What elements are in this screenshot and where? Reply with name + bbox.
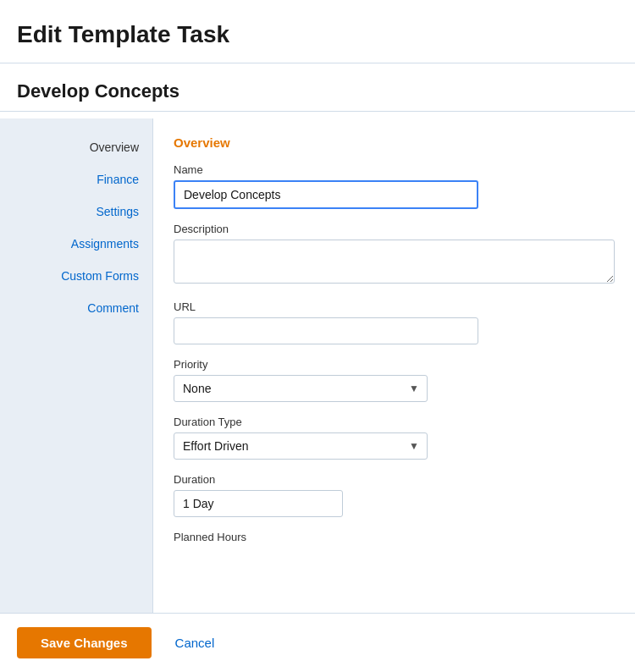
sidebar-item-settings[interactable]: Settings <box>0 196 152 227</box>
priority-select-wrapper: None Low Normal High Urgent ▼ <box>174 375 428 402</box>
planned-hours-label: Planned Hours <box>174 531 615 543</box>
duration-type-select-wrapper: Effort Driven Fixed Duration Fixed Units… <box>174 432 428 460</box>
name-label: Name <box>174 163 615 176</box>
content-area: Overview Finance Settings Assignments Cu… <box>0 118 635 613</box>
url-field-group: URL <box>174 300 615 344</box>
duration-label: Duration <box>174 473 615 486</box>
sidebar: Overview Finance Settings Assignments Cu… <box>0 118 152 613</box>
sidebar-item-overview[interactable]: Overview <box>0 132 152 162</box>
url-input[interactable] <box>174 317 478 344</box>
name-input[interactable] <box>174 180 478 209</box>
priority-field-group: Priority None Low Normal High Urgent ▼ <box>174 358 615 402</box>
task-name-section: Develop Concepts <box>0 63 635 118</box>
duration-input[interactable] <box>174 490 343 517</box>
page-title: Edit Template Task <box>17 20 618 49</box>
priority-select[interactable]: None Low Normal High Urgent <box>174 375 428 402</box>
description-label: Description <box>174 223 615 235</box>
priority-label: Priority <box>174 358 615 371</box>
sidebar-item-finance[interactable]: Finance <box>0 164 152 195</box>
duration-field-group: Duration <box>174 473 615 517</box>
description-input[interactable] <box>174 240 615 284</box>
url-label: URL <box>174 300 615 313</box>
duration-type-select[interactable]: Effort Driven Fixed Duration Fixed Units <box>174 432 428 460</box>
cancel-button[interactable]: Cancel <box>162 627 229 658</box>
page-container: Edit Template Task Develop Concepts Over… <box>0 0 635 672</box>
planned-hours-field-group: Planned Hours <box>174 531 615 548</box>
description-field-group: Description <box>174 223 615 287</box>
sidebar-item-assignments[interactable]: Assignments <box>0 229 152 259</box>
main-panel: Overview Name Description URL Priority N… <box>152 118 635 613</box>
sidebar-item-custom-forms[interactable]: Custom Forms <box>0 261 152 291</box>
duration-type-label: Duration Type <box>174 416 615 428</box>
overview-section-title: Overview <box>174 135 615 150</box>
task-name-heading: Develop Concepts <box>0 70 635 111</box>
footer-bar: Save Changes Cancel <box>0 613 635 672</box>
duration-type-field-group: Duration Type Effort Driven Fixed Durati… <box>174 416 615 460</box>
save-changes-button[interactable]: Save Changes <box>17 627 152 658</box>
sidebar-item-comment[interactable]: Comment <box>0 293 152 323</box>
page-header: Edit Template Task <box>0 0 635 63</box>
name-field-group: Name <box>174 163 615 209</box>
